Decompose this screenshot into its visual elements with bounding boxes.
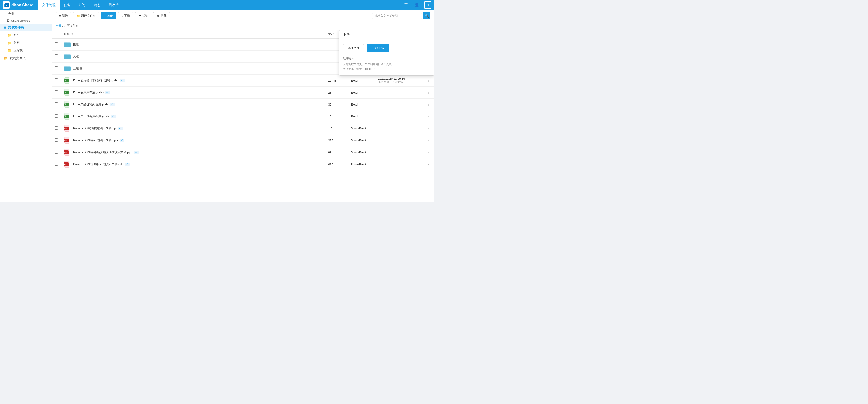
- delete-button[interactable]: 🗑 移除: [153, 12, 170, 20]
- breadcrumb-separator: /: [62, 24, 64, 27]
- delete-label: 移除: [161, 14, 166, 18]
- table-row: X E Excel仓库库存演示.xlsxv1 28 Excel ∨: [52, 87, 434, 98]
- update-date: 2020/11/20 12:59:14: [378, 77, 422, 80]
- sidebar-item-my-folder[interactable]: 📂 我的文件夹: [0, 55, 52, 62]
- row-checkbox[interactable]: [55, 42, 58, 46]
- search-icon: 🔍: [425, 14, 429, 18]
- file-update-time: 2020/11/20 12:59:14 小明 更新于 1 小时前: [375, 74, 425, 87]
- file-update-time: [375, 122, 425, 134]
- new-folder-button[interactable]: 📁 新建文件夹: [73, 12, 99, 20]
- folder-icon-drawings: 📁: [7, 33, 11, 37]
- delete-icon: 🗑: [157, 14, 160, 18]
- filter-button[interactable]: ≡ 筛选: [56, 12, 71, 20]
- row-checkbox[interactable]: [55, 66, 58, 70]
- search-box: 🔍: [372, 12, 430, 20]
- version-tag: v1: [125, 163, 130, 166]
- expand-button[interactable]: ∨: [428, 91, 430, 94]
- nav-tab-file-mgmt[interactable]: 文件管理: [38, 0, 60, 10]
- file-table-container: 名称 ⇅ 大小 类型 更新时间 图纸: [52, 30, 434, 202]
- expand-button[interactable]: ∨: [428, 127, 430, 130]
- row-checkbox[interactable]: [55, 138, 58, 142]
- file-name: PowerPoint销售提案演示文稿.pptv1: [73, 126, 123, 130]
- new-folder-label: 新建文件夹: [81, 14, 96, 18]
- upload-button[interactable]: ↑ 上传: [101, 12, 116, 20]
- search-input[interactable]: [372, 13, 422, 19]
- file-icon: X E: [64, 89, 71, 96]
- row-checkbox[interactable]: [55, 79, 58, 82]
- row-checkbox[interactable]: [55, 150, 58, 154]
- select-file-button[interactable]: 选择文件: [343, 44, 364, 52]
- file-name-cell: PPT PowerPoint业务计划演示文稿.pptxv1: [64, 137, 323, 144]
- expand-button[interactable]: ∨: [428, 103, 430, 106]
- collapse-icon: ▣: [4, 26, 6, 29]
- file-name: Excel仓库库存演示.xlsxv1: [73, 90, 110, 94]
- main-layout: ⊞ 全部 🖼 Share pictures ▣ 共享文件夹 📁 图纸 📁 文档 …: [0, 10, 434, 202]
- move-button[interactable]: ⇄ 移动: [135, 12, 151, 20]
- expand-button[interactable]: ∨: [428, 79, 430, 82]
- upload-label: 上传: [107, 14, 113, 18]
- folder-icon-archives: 📁: [7, 49, 11, 53]
- update-by: 小明 更新于 1 小时前: [378, 80, 422, 84]
- row-checkbox[interactable]: [55, 55, 58, 58]
- nav-tab-discuss[interactable]: 讨论: [74, 0, 90, 10]
- window-icon[interactable]: ⊡: [424, 1, 431, 8]
- nav-tab-activity[interactable]: 动态: [90, 0, 104, 10]
- row-checkbox[interactable]: [55, 162, 58, 166]
- svg-text:E: E: [66, 116, 67, 118]
- expand-button[interactable]: ∨: [428, 139, 430, 142]
- sidebar-item-archives[interactable]: 📁 压缩包: [0, 47, 52, 55]
- upload-panel: 上传 − 选择文件 开始上传 温馨提示: 支持拖放文件夹、文件到此窗口添加列表；…: [339, 30, 434, 76]
- search-button[interactable]: 🔍: [423, 12, 430, 20]
- breadcrumb: 全部 / 共享文件夹: [52, 22, 434, 30]
- sidebar-item-all[interactable]: ⊞ 全部: [0, 10, 52, 18]
- file-name: PowerPoint业务计划演示文稿.pptxv1: [73, 138, 124, 142]
- sort-icon: ⇅: [71, 33, 73, 35]
- download-button[interactable]: ↓ 下载: [118, 12, 133, 20]
- row-checkbox[interactable]: [55, 90, 58, 94]
- file-name-cell: X E Excel仓库库存演示.xlsxv1: [64, 89, 323, 96]
- svg-rect-5: [65, 42, 67, 43]
- start-upload-button[interactable]: 开始上传: [367, 44, 390, 52]
- file-type: PowerPoint: [348, 134, 375, 147]
- upload-close-button[interactable]: −: [428, 33, 430, 37]
- expand-button[interactable]: ∨: [428, 115, 430, 118]
- file-update-time: [375, 98, 425, 111]
- expand-button[interactable]: ∨: [428, 151, 430, 154]
- row-checkbox[interactable]: [55, 126, 58, 130]
- version-tag: v1: [111, 115, 116, 118]
- nav-tab-tasks[interactable]: 任务: [60, 0, 74, 10]
- sidebar-item-drawings[interactable]: 📁 图纸: [0, 31, 52, 39]
- menu-icon[interactable]: ☰: [402, 1, 410, 8]
- download-icon: ↓: [121, 14, 123, 18]
- row-checkbox[interactable]: [55, 114, 58, 118]
- nav-tab-recycle[interactable]: 回收站: [104, 0, 123, 10]
- file-name-cell: 压缩包: [64, 65, 323, 72]
- shared-folder-label: 共享文件夹: [8, 26, 24, 30]
- expand-button[interactable]: ∨: [428, 163, 430, 166]
- select-all-checkbox[interactable]: [55, 32, 58, 35]
- file-type: Excel: [348, 87, 375, 98]
- file-icon: PPT: [64, 149, 71, 156]
- main-content: ≡ 筛选 📁 新建文件夹 ↑ 上传 ↓ 下载 ⇄ 移动 🗑 移除: [52, 10, 434, 202]
- upload-panel-body: 选择文件 开始上传 温馨提示: 支持拖放文件夹、文件到此窗口添加列表； 文件大小…: [339, 40, 434, 75]
- col-name: 名称 ⇅: [61, 30, 326, 39]
- sidebar-item-shared-folder[interactable]: ▣ 共享文件夹: [0, 24, 52, 31]
- nav-tabs: 文件管理 任务 讨论 动态 回收站: [38, 0, 123, 10]
- user-icon[interactable]: 👤: [413, 1, 421, 8]
- file-icon: PPT: [64, 125, 71, 132]
- upload-hint-line2: 文件大小不能大于100MB；: [343, 67, 430, 72]
- row-checkbox[interactable]: [55, 102, 58, 106]
- move-label: 移动: [142, 14, 148, 18]
- svg-rect-4: [64, 43, 70, 47]
- sidebar-item-share-pictures[interactable]: 🖼 Share pictures: [0, 18, 52, 24]
- breadcrumb-current: 共享文件夹: [64, 24, 79, 27]
- file-name: 图纸: [73, 42, 79, 46]
- file-name-cell: X E Excel产品价格列表演示.xlsv1: [64, 101, 323, 108]
- top-navigation: d dbox Share 文件管理 任务 讨论 动态 回收站 ☰ 👤 ⊡: [0, 0, 434, 10]
- table-row: PPT PowerPoint业务项目计划演示文稿.odpv1 610 Power…: [52, 158, 434, 170]
- upload-hint-title: 温馨提示:: [343, 56, 430, 61]
- nav-actions: ☰ 👤 ⊡: [402, 1, 431, 8]
- file-type: Excel: [348, 98, 375, 111]
- sidebar-item-docs[interactable]: 📁 文档: [0, 39, 52, 47]
- breadcrumb-root[interactable]: 全部: [56, 24, 61, 27]
